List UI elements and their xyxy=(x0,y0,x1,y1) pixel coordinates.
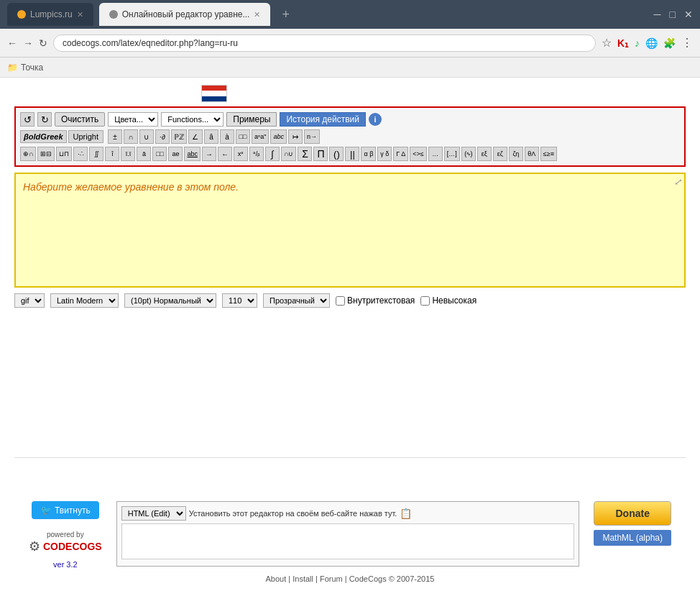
zoom-select[interactable]: 110 xyxy=(222,293,257,308)
math-btn-dot1[interactable]: ·∴ xyxy=(73,147,88,161)
math-btn-theta[interactable]: θΛ xyxy=(525,147,539,161)
boldgreek-button[interactable]: βoldGreek xyxy=(20,130,67,143)
lowres-label: Невысокая xyxy=(432,296,476,306)
math-btn-int[interactable]: ∫ xyxy=(265,147,280,161)
math-btn-neq[interactable]: ·∂ xyxy=(155,129,170,144)
inline-checkbox[interactable] xyxy=(336,296,345,306)
menu-icon[interactable]: ⋮ xyxy=(681,36,693,50)
math-btn-cup[interactable]: ∪ xyxy=(139,129,154,144)
tab-codecogs[interactable]: Онлайновый редактор уравне... ✕ xyxy=(99,3,271,26)
math-btn-sup[interactable]: xᵃ xyxy=(234,147,248,161)
math-btn-n[interactable]: n→ xyxy=(304,129,320,144)
info-button[interactable]: i xyxy=(369,113,382,126)
new-tab-button[interactable]: + xyxy=(276,7,295,22)
math-btn-a3[interactable]: aⁿa" xyxy=(252,129,270,144)
size-select[interactable]: (10pt) Нормальный xyxy=(124,293,216,308)
examples-button[interactable]: Примеры xyxy=(226,112,277,127)
extensions-icon[interactable]: 🧩 xyxy=(663,37,676,49)
math-btn-union[interactable]: ∩ xyxy=(124,129,138,144)
clear-button[interactable]: Очистить xyxy=(55,112,105,127)
math-btn-alpha[interactable]: α β xyxy=(361,147,376,161)
math-btn-chi[interactable]: ζη xyxy=(509,147,523,161)
math-btn-frac[interactable]: ᵃ/ᵦ xyxy=(249,147,264,161)
math-btn-f8[interactable]: ā xyxy=(137,147,151,161)
version-text: ver 3.2 xyxy=(53,560,78,569)
math-btn-sum[interactable]: Σ xyxy=(298,147,312,161)
star-icon[interactable]: ☆ xyxy=(602,36,612,50)
math-btn-dots[interactable]: … xyxy=(428,147,443,161)
tab1-close[interactable]: ✕ xyxy=(77,10,83,19)
math-btn-f2[interactable]: ⊞⊟ xyxy=(37,147,55,161)
undo-button[interactable]: ↺ xyxy=(20,112,34,127)
bookmark-folder[interactable]: 📁 Точка xyxy=(7,63,43,73)
forward-button[interactable]: → xyxy=(23,37,33,49)
math-btn-larrow[interactable]: ← xyxy=(218,147,232,161)
folder-icon: 📁 xyxy=(7,63,18,73)
maximize-icon[interactable]: □ xyxy=(670,9,676,20)
tweet-label: Твитнуть xyxy=(55,505,91,516)
music-icon[interactable]: ♪ xyxy=(635,37,640,49)
math-btn-f11[interactable]: abc xyxy=(184,147,201,161)
math-btn-eps[interactable]: εξ xyxy=(477,147,492,161)
math-btn-bracket2[interactable]: […] xyxy=(444,147,460,161)
redo-button[interactable]: ↻ xyxy=(37,112,52,127)
math-btn-partial[interactable]: ℙℤ xyxy=(171,129,187,144)
close-icon[interactable]: ✕ xyxy=(684,9,693,20)
embed-top: HTML (Edit) Установить этот редактор на … xyxy=(121,506,575,521)
twitter-button[interactable]: 🐦 Твитнуть xyxy=(32,501,99,519)
math-btn-f1[interactable]: ⊕∩ xyxy=(20,147,36,161)
copy-icon[interactable]: 📋 xyxy=(400,508,412,519)
tab2-close[interactable]: ✕ xyxy=(254,10,260,19)
window-controls: ─ □ ✕ xyxy=(654,9,693,20)
math-btn-ge[interactable]: ≤≥≡ xyxy=(540,147,557,161)
math-btn-arrow1[interactable]: ↦ xyxy=(288,129,303,144)
math-btn-f5[interactable]: ∬ xyxy=(89,147,103,161)
embed-format-select[interactable]: HTML (Edit) xyxy=(121,506,186,521)
math-btn-f3[interactable]: ⊔⊓ xyxy=(56,147,72,161)
minimize-icon[interactable]: ─ xyxy=(654,9,661,20)
math-btn-set[interactable]: ∩∪ xyxy=(281,147,296,161)
math-btn-abc[interactable]: abc xyxy=(270,129,287,144)
math-btn-gamma[interactable]: γ δ xyxy=(377,147,392,161)
font-select[interactable]: Latin Modern xyxy=(50,293,119,308)
functions-dropdown[interactable]: Functions... xyxy=(161,112,224,127)
math-btn-eta[interactable]: εζ xyxy=(493,147,507,161)
toolbar-row2: βoldGreek Upright ± ∩ ∪ ·∂ ℙℤ ∠ â à □□ a… xyxy=(20,129,680,161)
math-btn-f6[interactable]: î xyxy=(105,147,119,161)
back-button[interactable]: ← xyxy=(7,37,17,49)
equation-area[interactable]: Наберите желаемое уравнение в этом поле.… xyxy=(14,173,686,288)
math-btn-paren[interactable]: () xyxy=(329,147,344,161)
colors-dropdown[interactable]: Цвета... xyxy=(108,112,158,127)
math-btn-f7[interactable]: ï.ï xyxy=(121,147,135,161)
math-btn-prod[interactable]: Π xyxy=(313,147,328,161)
math-btn-a1[interactable]: à xyxy=(220,129,234,144)
lowres-checkbox-label[interactable]: Невысокая xyxy=(420,296,476,306)
tab-lumpics[interactable]: Lumpics.ru ✕ xyxy=(7,3,93,26)
lowres-checkbox[interactable] xyxy=(420,296,430,306)
math-btn-f10[interactable]: ae xyxy=(168,147,183,161)
math-btn-gamma2[interactable]: Γ Δ xyxy=(393,147,408,161)
math-btn-pz[interactable]: ∠ xyxy=(188,129,203,144)
math-btn-f9[interactable]: □□ xyxy=(152,147,167,161)
math-btn-lessgt[interactable]: <>≤ xyxy=(410,147,426,161)
format-select[interactable]: gif xyxy=(14,293,45,308)
embed-textarea[interactable] xyxy=(121,523,575,559)
reload-button[interactable]: ↻ xyxy=(39,37,47,49)
math-btn-brack[interactable]: || xyxy=(345,147,359,161)
address-input[interactable] xyxy=(53,35,596,52)
math-btn-arrow2[interactable]: → xyxy=(202,147,216,161)
math-btn-binom[interactable]: (ⁿᵣ) xyxy=(461,147,476,161)
inline-checkbox-label[interactable]: Внутритекстовая xyxy=(336,296,415,306)
math-btn-a2[interactable]: □□ xyxy=(236,129,250,144)
bg-select[interactable]: Прозрачный xyxy=(263,293,330,308)
math-btn-angle[interactable]: â xyxy=(204,129,218,144)
globe-icon[interactable]: 🌐 xyxy=(645,37,658,49)
kaspersky-icon[interactable]: K₁ xyxy=(617,37,629,49)
mathml-button[interactable]: MathML (alpha) xyxy=(594,530,671,546)
history-button[interactable]: История действий xyxy=(280,112,366,127)
donate-button[interactable]: Donate xyxy=(594,501,671,526)
upright-button[interactable]: Upright xyxy=(68,130,103,143)
math-btn-pm[interactable]: ± xyxy=(108,129,122,144)
tab1-label: Lumpics.ru xyxy=(30,9,73,19)
footer-links: About | Install | Forum | CodeCogs © 200… xyxy=(29,574,671,583)
